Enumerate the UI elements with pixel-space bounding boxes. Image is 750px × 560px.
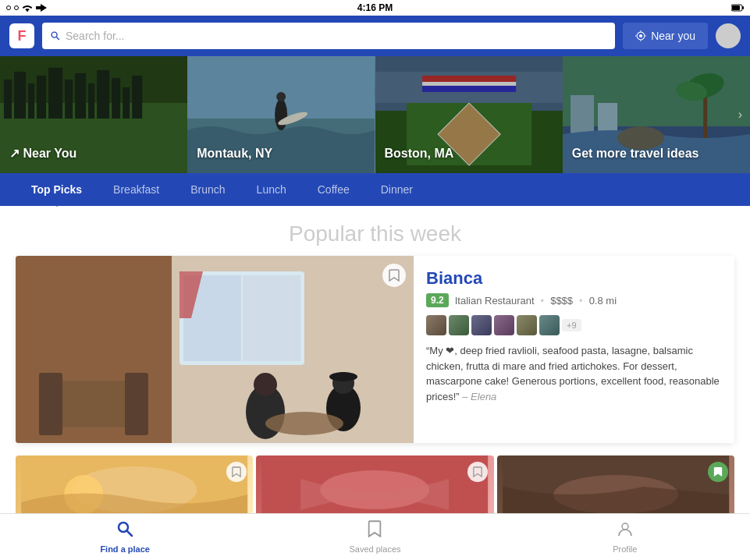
thumb-bookmark-icon-1 [232, 466, 241, 477]
app-header: F Search for... Near you [0, 16, 750, 56]
bookmark-icon [389, 269, 400, 282]
svg-point-50 [254, 373, 277, 396]
card-review: “My ❤, deep fried ravlioli, seafood past… [426, 343, 722, 404]
thumb-2-save[interactable] [467, 462, 488, 482]
bookmark-nav-icon [367, 520, 382, 537]
restaurant-image-svg [16, 256, 414, 443]
tile-travel-label: Get more travel ideas [572, 147, 699, 161]
search-bar[interactable]: Search for... [42, 23, 615, 49]
card-info: Bianca 9.2 Italian Restaurant • $$$$ • 0… [414, 256, 734, 443]
card-meta: 9.2 Italian Restaurant • $$$$ • 0.8 mi [426, 293, 722, 307]
status-time: 4:16 PM [357, 2, 393, 13]
svg-rect-48 [125, 373, 148, 435]
cat-coffee[interactable]: Coffee [302, 173, 365, 206]
wifi-icon [22, 4, 33, 12]
card-image [16, 256, 414, 443]
avatar-6 [539, 315, 560, 335]
reviewer-name: – Elena [462, 391, 496, 402]
avatar-4 [494, 315, 514, 335]
location-arrow-icon [36, 4, 48, 12]
card-price: $$$$ [550, 295, 573, 307]
avatar-1 [426, 315, 446, 335]
saved-places-label: Saved places [349, 544, 400, 554]
card-save-button[interactable] [382, 264, 406, 287]
profile-label: Profile [613, 544, 637, 554]
location-tiles: ↗ Near You Montauk, NY [0, 56, 750, 173]
signal-dot-2 [14, 5, 19, 10]
svg-rect-2 [732, 5, 740, 10]
battery-icons [731, 4, 744, 12]
thumb-3-save[interactable] [708, 462, 728, 482]
tile-near-you-label: ↗ Near You [9, 146, 76, 161]
card-restaurant-name[interactable]: Bianca [426, 268, 722, 289]
svg-point-54 [265, 412, 343, 435]
battery-icon [731, 4, 744, 12]
cat-brunch[interactable]: Brunch [175, 173, 240, 206]
svg-rect-46 [55, 381, 133, 427]
nav-profile[interactable]: Profile [500, 514, 750, 560]
tile-montauk-label: Montauk, NY [197, 147, 272, 161]
popular-title: Popular this week [0, 222, 750, 246]
avatar-2 [449, 315, 469, 335]
search-placeholder: Search for... [66, 30, 607, 42]
search-icon [50, 30, 61, 41]
popular-section: Popular this week [0, 206, 750, 256]
signal-dot-1 [6, 5, 11, 10]
dot-separator-2: • [579, 295, 583, 307]
near-you-button[interactable]: Near you [623, 23, 708, 49]
cat-dinner[interactable]: Dinner [365, 173, 428, 206]
tile-travel-arrow: › [738, 108, 742, 122]
search-nav-icon [116, 520, 133, 537]
find-place-label: Find a place [100, 544, 150, 554]
cat-top-picks[interactable]: Top Picks [16, 173, 98, 206]
profile-icon [617, 520, 634, 542]
thumb-bookmark-icon-2 [473, 466, 482, 477]
cat-breakfast[interactable]: Breakfast [98, 173, 175, 206]
card-distance: 0.8 mi [589, 295, 617, 307]
find-place-icon [116, 520, 133, 542]
card-avatars: +9 [426, 315, 722, 335]
saved-places-icon [367, 520, 382, 542]
thumb-bookmark-icon-3 [713, 466, 723, 477]
category-nav: Top Picks Breakfast Brunch Lunch Coffee … [0, 173, 750, 206]
cat-lunch[interactable]: Lunch [241, 173, 302, 206]
rating-badge: 9.2 [426, 293, 449, 307]
location-icon [635, 30, 646, 41]
nav-saved-places[interactable]: Saved places [250, 514, 499, 560]
card-category: Italian Restaurant [455, 295, 535, 307]
avatar-3 [471, 315, 492, 335]
svg-line-63 [127, 531, 132, 536]
more-count: +9 [562, 319, 581, 331]
tile-boston-label: Boston, MA [385, 147, 454, 161]
avatar-5 [517, 315, 537, 335]
tile-montauk[interactable]: Montauk, NY [187, 56, 375, 173]
svg-point-53 [329, 372, 357, 381]
tile-boston[interactable]: Boston, MA [375, 56, 563, 173]
tile-travel[interactable]: Get more travel ideas › [563, 56, 750, 173]
bottom-nav: Find a place Saved places Profile [0, 513, 750, 560]
status-bar: 4:16 PM [0, 0, 750, 16]
svg-point-64 [622, 523, 628, 530]
svg-point-3 [52, 32, 57, 37]
svg-rect-45 [243, 275, 300, 361]
card-image-inner [16, 256, 414, 443]
svg-point-5 [639, 34, 642, 37]
tile-near-you[interactable]: ↗ Near You [0, 56, 187, 173]
person-nav-icon [617, 520, 634, 537]
near-you-label: Near you [651, 30, 695, 42]
user-avatar[interactable] [716, 23, 741, 48]
main-restaurant-card[interactable]: Bianca 9.2 Italian Restaurant • $$$$ • 0… [16, 256, 734, 443]
nav-find-place[interactable]: Find a place [0, 514, 250, 560]
foursquare-logo: F [9, 23, 34, 48]
signal-icons [6, 4, 48, 12]
svg-rect-1 [742, 6, 744, 9]
dot-separator-1: • [541, 295, 545, 307]
svg-line-4 [56, 37, 59, 40]
svg-rect-47 [39, 373, 62, 435]
